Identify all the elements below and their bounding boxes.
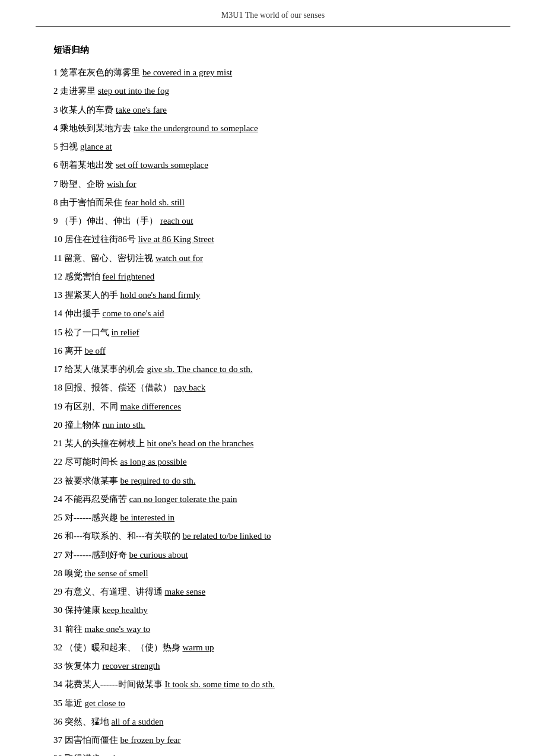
phrase-english: the sense of smell xyxy=(85,568,148,578)
phrase-number: 11 xyxy=(53,253,64,263)
phrase-number: 38 xyxy=(53,754,65,756)
phrase-chinese: 由于害怕而呆住 xyxy=(60,198,122,207)
phrase-number: 31 xyxy=(53,624,65,634)
phrase-number: 9 xyxy=(53,216,60,225)
phrase-number: 5 xyxy=(53,142,60,151)
phrase-chinese: 离开 xyxy=(65,346,82,355)
list-item: 26 和---有联系的、和---有关联的 be related to/be li… xyxy=(53,528,493,545)
phrase-chinese: 给某人做某事的机会 xyxy=(65,364,145,374)
phrase-number: 22 xyxy=(53,457,65,466)
phrase-number: 2 xyxy=(53,86,60,96)
list-item: 19 有区别、不同 make differences xyxy=(53,398,493,415)
phrase-number: 35 xyxy=(53,698,65,708)
list-item: 1 笼罩在灰色的薄雾里 be covered in a grey mist xyxy=(53,64,493,81)
phrase-chinese: 收某人的车费 xyxy=(60,105,113,115)
list-item: 31 前往 make one's way to xyxy=(53,621,493,638)
phrase-english: be related to/be linked to xyxy=(182,531,271,541)
phrase-english: glance at xyxy=(80,142,112,151)
phrase-chinese: 朝着某地出发 xyxy=(60,160,113,170)
phrase-number: 23 xyxy=(53,476,65,485)
list-item: 10 居住在过往街86号 live at 86 King Street xyxy=(53,231,493,248)
phrase-number: 25 xyxy=(53,513,65,522)
list-item: 28 嗅觉 the sense of smell xyxy=(53,565,493,582)
phrase-english: hit one's head on the branches xyxy=(147,439,254,448)
list-item: 14 伸出援手 come to one's aid xyxy=(53,305,493,322)
phrase-english: get close to xyxy=(85,698,125,708)
list-item: 36 突然、猛地 all of a sudden xyxy=(53,713,493,730)
phrase-chinese: 居住在过往街86号 xyxy=(65,234,136,244)
phrase-english: come to one's aid xyxy=(103,309,164,318)
section-title: 短语归纳 xyxy=(53,45,493,56)
phrase-number: 14 xyxy=(53,309,65,318)
phrase-english: It took sb. some time to do sth. xyxy=(164,679,274,689)
phrase-chinese: 伸出援手 xyxy=(65,309,100,318)
phrase-chinese: 尽可能时间长 xyxy=(65,457,118,466)
phrase-number: 15 xyxy=(53,328,65,337)
phrase-number: 1 xyxy=(53,68,60,77)
phrase-number: 6 xyxy=(53,160,60,170)
phrase-english: make sense xyxy=(165,587,206,596)
phrase-english: pay back xyxy=(174,383,206,392)
phrase-english: fear hold sb. still xyxy=(125,198,185,207)
phrase-chinese: （使）暖和起来、（使）热身 xyxy=(65,643,180,652)
phrase-english: hold one's hand firmly xyxy=(120,290,201,300)
phrase-english: step out into the fog xyxy=(98,86,169,96)
list-item: 27 对------感到好奇 be curious about xyxy=(53,547,493,564)
phrase-number: 19 xyxy=(53,402,65,411)
phrase-english: be required to do sth. xyxy=(120,476,196,485)
phrase-chinese: 取得进步 xyxy=(65,754,100,756)
phrase-number: 16 xyxy=(53,346,65,355)
phrase-english: as long as possible xyxy=(120,457,187,466)
phrase-number: 32 xyxy=(53,643,65,652)
page-header: M3U1 The world of our senses xyxy=(36,0,510,27)
phrase-number: 26 xyxy=(53,531,65,541)
phrase-chinese: 被要求做某事 xyxy=(65,476,118,485)
list-item: 37 因害怕而僵住 be frozen by fear xyxy=(53,732,493,749)
phrase-chinese: （手）伸出、伸出（手） xyxy=(60,216,158,225)
phrase-number: 4 xyxy=(53,123,60,133)
phrase-number: 30 xyxy=(53,605,65,615)
phrase-chinese: 对------感到好奇 xyxy=(65,550,127,560)
phrase-number: 27 xyxy=(53,550,65,560)
phrase-chinese: 靠近 xyxy=(65,698,82,708)
phrase-number: 36 xyxy=(53,717,65,726)
phrase-english: make one's way to xyxy=(85,624,151,634)
phrase-english: watch out for xyxy=(155,253,203,263)
phrase-english: reach out xyxy=(160,216,193,225)
list-item: 13 握紧某人的手 hold one's hand firmly xyxy=(53,287,493,304)
phrase-chinese: 松了一口气 xyxy=(65,328,109,337)
phrase-number: 10 xyxy=(53,234,65,244)
phrase-chinese: 恢复体力 xyxy=(65,661,100,671)
list-item: 32 （使）暖和起来、（使）热身 warm up xyxy=(53,639,493,656)
list-item: 16 离开 be off xyxy=(53,342,493,360)
phrase-english: make progress xyxy=(103,754,154,756)
list-item: 12 感觉害怕 feel frightened xyxy=(53,268,493,285)
phrase-english: be interested in xyxy=(120,513,174,522)
list-item: 22 尽可能时间长 as long as possible xyxy=(53,453,493,471)
phrase-english: run into sth. xyxy=(103,420,145,430)
list-item: 5 扫视 glance at xyxy=(53,138,493,155)
phrase-english: feel frightened xyxy=(103,272,155,281)
main-content: 短语归纳 1 笼罩在灰色的薄雾里 be covered in a grey mi… xyxy=(0,27,546,756)
phrase-english: wish for xyxy=(107,179,136,189)
phrase-chinese: 盼望、企盼 xyxy=(60,179,104,189)
phrase-number: 18 xyxy=(53,383,65,392)
phrase-english: take one's fare xyxy=(116,105,167,115)
phrase-chinese: 有意义、有道理、讲得通 xyxy=(65,587,163,596)
phrase-english: set off towards someplace xyxy=(116,160,208,170)
phrase-number: 24 xyxy=(53,494,65,504)
phrase-number: 29 xyxy=(53,587,65,596)
header-title: M3U1 The world of our senses xyxy=(221,11,325,20)
phrase-number: 34 xyxy=(53,679,65,689)
phrase-number: 7 xyxy=(53,179,60,189)
phrase-chinese: 花费某人------时间做某事 xyxy=(65,679,163,689)
list-item: 2 走进雾里 step out into the fog xyxy=(53,82,493,100)
phrase-chinese: 和---有联系的、和---有关联的 xyxy=(65,531,180,541)
list-item: 20 撞上物体 run into sth. xyxy=(53,417,493,434)
list-item: 11 留意、留心、密切注视 watch out for xyxy=(53,250,493,267)
phrase-english: be curious about xyxy=(129,550,188,560)
list-item: 33 恢复体力 recover strength xyxy=(53,657,493,675)
phrase-chinese: 因害怕而僵住 xyxy=(65,735,118,745)
list-item: 35 靠近 get close to xyxy=(53,695,493,712)
phrase-english: take the underground to someplace xyxy=(134,123,258,133)
